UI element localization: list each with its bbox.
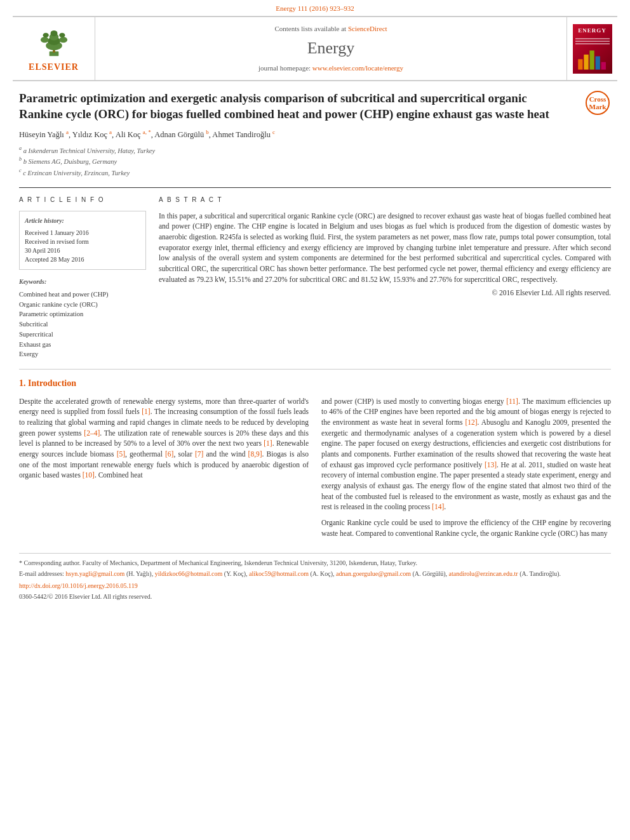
intro-para-2: and power (CHP) is used mostly to conver… [321, 396, 611, 512]
abstract-heading: A B S T R A C T [159, 196, 611, 204]
svg-rect-13 [595, 57, 600, 70]
title-section: Parametric optimization and exergetic an… [19, 91, 611, 122]
keyword-2: Organic rankine cycle (ORC) [19, 300, 146, 310]
intro-text-columns: Despite the accelerated growth of renewa… [19, 396, 611, 544]
intro-heading: 1. Introduction [19, 377, 611, 390]
abstract-text: In this paper, a subcritical and supercr… [159, 211, 611, 298]
keyword-3: Parametric optimization [19, 309, 146, 319]
author-hussein: Hüseyin Yağlı [19, 131, 64, 140]
journal-url[interactable]: www.elsevier.com/locate/energy [312, 64, 403, 72]
paper-title: Parametric optimization and exergetic an… [19, 91, 611, 122]
author-ahmet: Ahmet Tandiroğlu [212, 131, 271, 140]
intro-right-column: and power (CHP) is used mostly to conver… [321, 396, 611, 544]
svg-point-7 [59, 37, 67, 43]
keywords-label: Keywords: [19, 277, 146, 286]
elsevier-logo-section: ELSEVIER [13, 17, 95, 80]
contents-available-label: Contents lists available at ScienceDirec… [274, 24, 387, 34]
abstract-column: A B S T R A C T In this paper, a subcrit… [159, 196, 611, 359]
svg-rect-14 [601, 62, 605, 70]
article-info-column: A R T I C L E I N F O Article history: R… [19, 196, 146, 359]
intro-para-3: Organic Rankine cycle could be used to i… [321, 517, 611, 538]
elsevier-tree-icon [29, 23, 79, 58]
crossmark-badge: CrossMark [586, 91, 611, 116]
keyword-6: Exhaust gas [19, 340, 146, 350]
svg-point-6 [40, 37, 48, 43]
bottom-copyright: 0360-5442/© 2016 Elsevier Ltd. All right… [19, 592, 611, 601]
author-yildiz: Yıldız Koç [72, 131, 107, 140]
affiliations: a a Iskenderun Technical University, Hat… [19, 145, 611, 178]
author-ali: Ali Koç [116, 131, 141, 140]
svg-rect-12 [589, 51, 594, 70]
corresponding-note: * Corresponding author. Faculty of Mecha… [19, 559, 611, 568]
email-yildiz[interactable]: yildizkoc66@hotmail.com [155, 570, 223, 577]
svg-rect-10 [578, 59, 582, 69]
introduction-section: 1. Introduction Despite the accelerated … [19, 369, 611, 543]
journal-citation: Energy 111 (2016) 923–932 [276, 4, 354, 12]
svg-point-5 [50, 30, 57, 36]
keyword-7: Exergy [19, 349, 146, 359]
journal-cover-image: ENERGY [573, 24, 612, 74]
history-label: Article history: [25, 217, 140, 225]
main-content: Parametric optimization and exergetic an… [0, 81, 630, 611]
sciencedirect-link[interactable]: ScienceDirect [348, 25, 387, 32]
keyword-4: Subcritical [19, 319, 146, 330]
intro-title: Introduction [28, 378, 76, 388]
email-ali[interactable]: alikoc59@hotmail.com [249, 570, 309, 577]
revised-label: Received in revised form [25, 237, 140, 246]
cover-chart-icon [575, 48, 610, 70]
svg-point-8 [43, 33, 48, 37]
accepted-date: Accepted 28 May 2016 [25, 255, 140, 264]
footnotes-section: * Corresponding author. Faculty of Mecha… [19, 553, 611, 601]
journal-homepage: journal homepage: www.elsevier.com/locat… [258, 63, 403, 73]
author-adnan: Adnan Görgülü [154, 131, 204, 140]
email-ahmet[interactable]: atandirolu@erzincan.edu.tr [449, 570, 518, 577]
intro-para-1: Despite the accelerated growth of renewa… [19, 396, 309, 481]
journal-cover: ENERGY [566, 17, 617, 80]
article-history-box: Article history: Received 1 January 2016… [19, 211, 146, 270]
article-info-abstract-section: A R T I C L E I N F O Article history: R… [19, 187, 611, 359]
svg-rect-11 [584, 55, 588, 70]
intro-left-column: Despite the accelerated growth of renewa… [19, 396, 309, 544]
article-info-heading: A R T I C L E I N F O [19, 196, 146, 204]
journal-name: Energy [307, 37, 355, 60]
email-hussein[interactable]: hsyn.yagli@gmail.com [65, 570, 124, 577]
email-footnote: E-mail addresses: hsyn.yagli@gmail.com (… [19, 570, 611, 578]
keywords-section: Keywords: Combined heat and power (CHP) … [19, 277, 146, 359]
journal-title-section: Contents lists available at ScienceDirec… [95, 17, 566, 80]
received-date: Received 1 January 2016 [25, 229, 140, 237]
affiliation-a: a a Iskenderun Technical University, Hat… [19, 145, 611, 156]
elsevier-logo: ELSEVIER [29, 23, 79, 74]
doi-link[interactable]: http://dx.doi.org/10.1016/j.energy.2016.… [19, 582, 611, 590]
affiliation-c: c c Erzincan University, Erzincan, Turke… [19, 167, 611, 178]
affiliation-b: b b Siemens AG, Duisburg, Germany [19, 156, 611, 166]
abstract-copyright: © 2016 Elsevier Ltd. All rights reserved… [159, 288, 611, 298]
svg-point-9 [59, 33, 65, 37]
email-adnan[interactable]: adnan.goergulue@gmail.com [336, 570, 411, 577]
elsevier-brand-text: ELSEVIER [29, 61, 79, 74]
journal-top-bar: Energy 111 (2016) 923–932 [0, 0, 630, 16]
authors-line: Hüseyin Yağlı a, Yıldız Koç a, Ali Koç a… [19, 128, 611, 141]
keyword-1: Combined heat and power (CHP) [19, 290, 146, 300]
revised-date: 30 April 2016 [25, 246, 140, 255]
keyword-5: Supercritical [19, 330, 146, 340]
journal-header: ELSEVIER Contents lists available at Sci… [13, 16, 617, 81]
